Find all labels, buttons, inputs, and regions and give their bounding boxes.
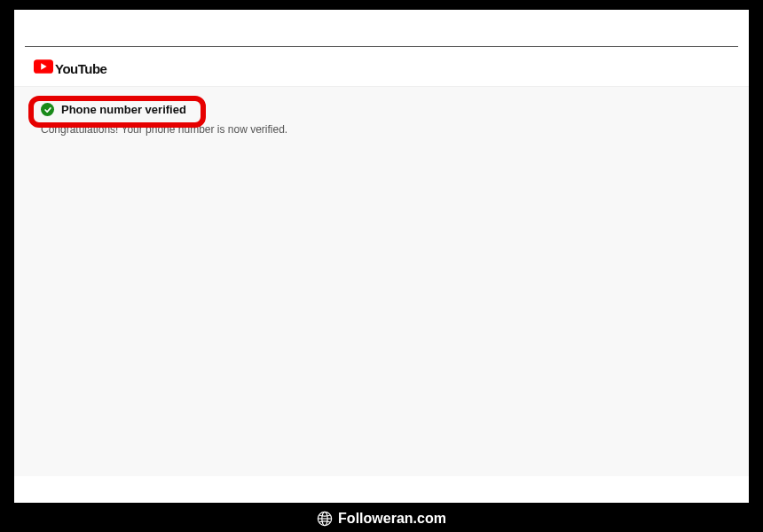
checkmark-icon (41, 103, 54, 116)
youtube-icon (34, 59, 53, 77)
verified-message: Congratulations! Your phone number is no… (41, 123, 722, 136)
top-bar (25, 10, 738, 47)
footer-brand: Followeran.com (0, 511, 763, 527)
verified-title: Phone number verified (61, 103, 186, 116)
content-area: Phone number verified Congratulations! Y… (14, 86, 749, 476)
logo-row: YouTube (14, 47, 749, 86)
youtube-brand-text: YouTube (55, 61, 106, 76)
app-window: YouTube Phone number verified Congratula… (14, 10, 749, 503)
verified-status-row: Phone number verified (41, 103, 722, 116)
globe-icon (317, 511, 333, 527)
footer-brand-text: Followeran.com (338, 511, 446, 527)
